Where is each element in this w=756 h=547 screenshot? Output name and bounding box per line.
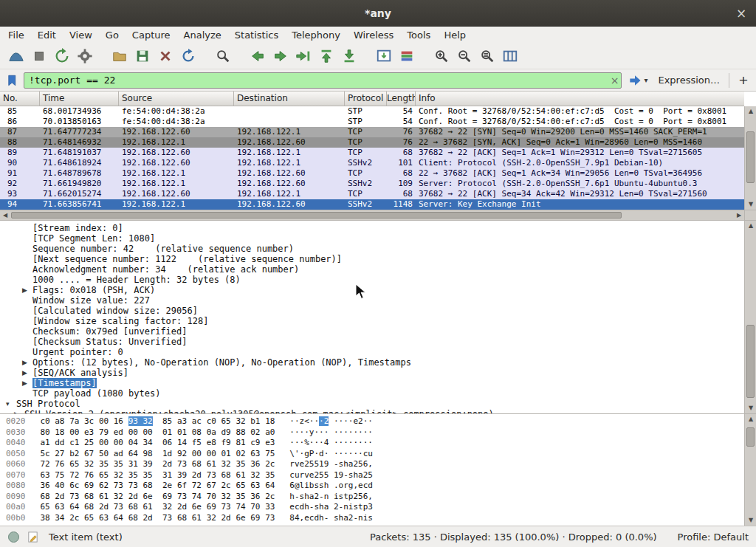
menu-item-file[interactable]: File	[1, 27, 31, 44]
detail-line[interactable]: 1000 .... = Header Length: 32 bytes (8)	[0, 275, 744, 285]
zoom-in-button[interactable]	[430, 46, 453, 66]
packet-row-85[interactable]: 8568.001734936fe:54:00:d4:38:2aSTP54Conf…	[0, 106, 744, 117]
menu-item-go[interactable]: Go	[99, 27, 126, 44]
scroll-up-arrow[interactable]: ▲	[745, 221, 756, 231]
bytes-vscrollbar[interactable]: ▲ ▼	[744, 414, 756, 526]
scrollbar-thumb[interactable]	[746, 427, 755, 447]
column-header-info[interactable]: Info	[416, 92, 744, 106]
zoom-out-button[interactable]	[453, 46, 475, 66]
detail-line[interactable]: Checksum: 0x79ed [unverified]	[0, 326, 744, 337]
scroll-left-arrow[interactable]: ◀	[0, 210, 10, 221]
capture-options-button[interactable]	[73, 46, 96, 66]
go-back-button[interactable]	[246, 46, 269, 66]
scroll-down-arrow[interactable]: ▼	[745, 515, 756, 526]
menu-item-telephony[interactable]: Telephony	[285, 27, 347, 44]
expander-icon[interactable]: ▾	[6, 399, 16, 409]
scroll-down-arrow[interactable]: ▼	[745, 199, 756, 210]
hex-row-0060[interactable]: 0060 72 76 65 32 35 35 31 39 2d 73 68 61…	[0, 459, 744, 470]
detail-line[interactable]: ▶Options: (12 bytes), No-Operation (NOP)…	[0, 357, 744, 368]
detail-line[interactable]: Acknowledgment number: 34 (relative ack …	[0, 264, 744, 275]
hex-row-0080[interactable]: 0080 36 40 6c 69 62 73 73 68 2e 6f 72 67…	[0, 481, 744, 492]
detail-line[interactable]: [Stream index: 0]	[0, 223, 744, 233]
detail-line[interactable]: ▶[SEQ/ACK analysis]	[0, 368, 744, 378]
detail-line[interactable]: [Checksum Status: Unverified]	[0, 337, 744, 347]
detail-line[interactable]: Urgent pointer: 0	[0, 347, 744, 357]
packet-list-vscrollbar[interactable]: ▲ ▼	[744, 106, 756, 210]
menu-item-tools[interactable]: Tools	[400, 27, 437, 44]
detail-line[interactable]: ▾SSH Protocol	[0, 399, 744, 409]
hex-row-0040[interactable]: 0040 a1 dd c1 25 00 00 04 34 06 14 f5 e8…	[0, 438, 744, 449]
reload-capture-button[interactable]	[176, 46, 199, 66]
hex-row-00b0[interactable]: 00b0 38 34 2c 65 63 64 68 2d 73 68 61 32…	[0, 513, 744, 524]
column-header-time[interactable]: Time	[40, 92, 119, 106]
expert-info-button[interactable]	[7, 531, 20, 543]
packet-row-89[interactable]: 8971.648191037192.168.122.60192.168.122.…	[0, 148, 744, 158]
column-header-no[interactable]: No.	[0, 92, 40, 106]
hex-row-0050[interactable]: 0050 5c 27 b2 67 50 ad 64 98 1d 92 00 00…	[0, 449, 744, 460]
profile-button[interactable]: Profile: Default	[678, 531, 749, 543]
details-vscrollbar[interactable]: ▲ ▼	[744, 221, 756, 413]
menu-item-edit[interactable]: Edit	[31, 27, 63, 44]
menu-item-statistics[interactable]: Statistics	[228, 27, 285, 44]
detail-line[interactable]: [Calculated window size: 29056]	[0, 306, 744, 316]
packet-list-hscrollbar[interactable]: ◀ ▶	[0, 210, 744, 220]
menu-item-analyze[interactable]: Analyze	[177, 27, 228, 44]
save-capture-button[interactable]	[131, 46, 154, 66]
filter-clear-button[interactable]: ×	[611, 74, 619, 87]
expander-icon[interactable]: ▶	[22, 357, 32, 368]
menu-item-wireless[interactable]: Wireless	[347, 27, 400, 44]
go-first-packet-button[interactable]	[315, 46, 337, 66]
open-capture-button[interactable]	[108, 46, 131, 66]
scroll-down-arrow[interactable]: ▼	[745, 403, 756, 413]
menu-item-capture[interactable]: Capture	[126, 27, 177, 44]
column-header-length[interactable]: Length	[387, 92, 416, 106]
packet-row-94[interactable]: 9471.663856741192.168.122.1192.168.122.6…	[0, 199, 744, 210]
hex-row-0070[interactable]: 0070 63 75 72 76 65 32 35 35 31 39 2d 73…	[0, 470, 744, 481]
expander-icon[interactable]: ▶	[22, 378, 32, 388]
scrollbar-thumb[interactable]	[746, 325, 755, 398]
packet-row-87[interactable]: 8771.647777234192.168.122.60192.168.122.…	[0, 127, 744, 137]
capture-comment-button[interactable]	[27, 531, 39, 543]
expander-icon[interactable]: ▶	[22, 285, 32, 295]
detail-line[interactable]: [TCP Segment Len: 1080]	[0, 233, 744, 244]
detail-line[interactable]: Window size value: 227	[0, 295, 744, 306]
hex-row-00a0[interactable]: 00a0 65 63 64 68 2d 73 68 61 32 2d 6e 69…	[0, 502, 744, 513]
scroll-up-arrow[interactable]: ▲	[745, 106, 756, 117]
packet-row-90[interactable]: 9071.648618924192.168.122.60192.168.122.…	[0, 158, 744, 168]
resize-columns-button[interactable]	[498, 46, 521, 66]
colorize-button[interactable]	[395, 46, 418, 66]
filter-dropdown-caret-icon[interactable]: ▾	[644, 76, 647, 84]
scroll-up-arrow[interactable]: ▲	[745, 414, 756, 424]
filter-bookmark-button[interactable]	[4, 72, 21, 89]
column-header-protocol[interactable]: Protocol	[345, 92, 387, 106]
find-packet-button[interactable]	[211, 46, 234, 66]
auto-scroll-button[interactable]	[372, 46, 395, 66]
packet-row-91[interactable]: 9171.648789678192.168.122.1192.168.122.6…	[0, 168, 744, 179]
column-header-source[interactable]: Source	[119, 92, 234, 106]
packet-row-93[interactable]: 9371.662015274192.168.122.60192.168.122.…	[0, 189, 744, 199]
detail-line[interactable]: Sequence number: 42 (relative sequence n…	[0, 244, 744, 254]
stop-capture-button[interactable]	[27, 46, 50, 66]
detail-line[interactable]: [Window size scaling factor: 128]	[0, 316, 744, 326]
add-filter-button[interactable]: +	[735, 72, 752, 89]
title-bar[interactable]: *any ×	[0, 0, 756, 27]
expander-icon[interactable]: ▶	[22, 368, 32, 378]
restart-capture-button[interactable]	[50, 46, 73, 66]
go-last-packet-button[interactable]	[337, 46, 360, 66]
detail-line[interactable]: ▶[Timestamps]	[0, 378, 744, 388]
packet-row-88[interactable]: 8871.648146932192.168.122.1192.168.122.6…	[0, 137, 744, 148]
scrollbar-thumb[interactable]	[746, 131, 755, 183]
filter-apply-button[interactable]: ▾	[628, 73, 647, 88]
detail-line[interactable]: ▶Flags: 0x018 (PSH, ACK)	[0, 285, 744, 295]
close-capture-button[interactable]	[154, 46, 176, 66]
detail-line[interactable]: [Next sequence number: 1122 (relative se…	[0, 254, 744, 264]
hex-row-0020[interactable]: 0020 c0 a8 7a 3c 00 16 93 32 85 a3 ac c0…	[0, 416, 744, 427]
column-header-destination[interactable]: Destination	[234, 92, 345, 106]
packet-row-92[interactable]: 9271.661949820192.168.122.1192.168.122.6…	[0, 179, 744, 189]
expression-button[interactable]: Expression…	[658, 75, 720, 86]
display-filter-input[interactable]	[24, 72, 622, 89]
menu-item-help[interactable]: Help	[437, 27, 472, 44]
detail-line[interactable]: TCP payload (1080 bytes)	[0, 388, 744, 399]
go-to-packet-button[interactable]	[292, 46, 315, 66]
menu-item-view[interactable]: View	[63, 27, 99, 44]
